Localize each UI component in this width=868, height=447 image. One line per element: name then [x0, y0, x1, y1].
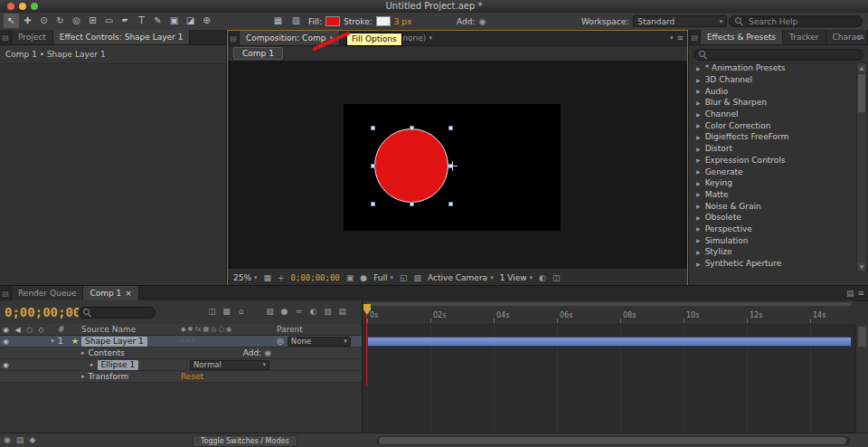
selection-handle-se[interactable] [448, 202, 453, 206]
brush-tool-icon[interactable]: ✎ [150, 14, 165, 28]
category-channel[interactable]: ▶Channel [689, 109, 855, 120]
disclosure-triangle-icon[interactable]: ▶ [696, 88, 701, 94]
add-shape-icon[interactable]: ◉ [264, 348, 271, 357]
disclosure-triangle-icon[interactable]: ▸ [90, 361, 94, 368]
eye-icon[interactable]: ◉ [0, 361, 12, 369]
transparency-grid-icon[interactable]: ▨ [414, 273, 422, 282]
panel-grip-icon[interactable]: ▤ [228, 31, 240, 45]
disclosure-triangle-icon[interactable]: ▶ [696, 77, 701, 83]
disclosure-triangle-icon[interactable]: ▸ [81, 349, 85, 357]
shy-icon[interactable]: ⌂ [235, 307, 247, 316]
disclosure-triangle-icon[interactable]: ▶ [696, 122, 701, 128]
eye-icon[interactable]: ◉ [0, 338, 12, 346]
hand-tool-icon[interactable]: ✚ [20, 14, 35, 28]
disclosure-triangle-icon[interactable]: ▶ [696, 191, 701, 197]
category-simulation[interactable]: ▶Simulation [689, 234, 855, 246]
shape-tool-icon[interactable]: ▭ [101, 14, 117, 28]
category-synthetic-aperture[interactable]: ▶Synthetic Aperture [689, 258, 855, 270]
ellipse-name[interactable]: Ellipse 1 [98, 360, 139, 370]
tab-render-queue[interactable]: Render Queue [12, 286, 83, 300]
category-expression-controls[interactable]: ▶Expression Controls [689, 155, 855, 166]
reset-link[interactable]: Reset [181, 372, 203, 381]
layer-name[interactable]: Shape Layer 1 [81, 337, 147, 347]
region-of-interest-icon[interactable]: ◱ [400, 273, 408, 282]
disclosure-triangle-icon[interactable]: ▶ [696, 111, 701, 118]
category-stylize[interactable]: ▶Stylize [689, 246, 855, 258]
layer-duration-bar[interactable] [367, 337, 852, 347]
fx-search-input[interactable] [711, 49, 858, 60]
tab-project[interactable]: Project [12, 30, 53, 44]
close-icon[interactable]: × [125, 289, 132, 298]
layer-switches[interactable]: · · · [181, 337, 271, 346]
tab-tracker[interactable]: Tracker [783, 30, 826, 44]
category-animation-presets[interactable]: ▶* Animation Presets [689, 62, 855, 74]
magnification-dropdown[interactable]: 25% ▾ [233, 273, 258, 282]
category-distort[interactable]: ▶Distort [689, 143, 855, 155]
mini-flowchart-icon[interactable]: ◫ [206, 307, 218, 316]
disclosure-triangle-icon[interactable]: ▸ [81, 373, 85, 380]
disclosure-triangle-icon[interactable]: ▶ [696, 65, 701, 71]
disclosure-triangle-icon[interactable]: ▶ [696, 134, 701, 140]
group-row-ellipse[interactable]: ◉ ▸ Ellipse 1 Normal ▾ [0, 359, 362, 371]
disclosure-triangle-icon[interactable]: ▶ [696, 157, 701, 163]
in-out-columns-icon[interactable]: ◆ [29, 435, 35, 444]
category-perspective[interactable]: ▶Perspective [689, 224, 855, 235]
work-area-bar[interactable] [367, 302, 852, 306]
selection-tool-icon[interactable]: ↖ [4, 14, 19, 28]
crosshair-icon[interactable]: + [278, 273, 285, 282]
disclosure-triangle-icon[interactable]: ▶ [696, 225, 701, 232]
timeline-horizontal-scrollbar-thumb[interactable] [379, 437, 846, 444]
disclosure-triangle-icon[interactable]: ▶ [696, 203, 701, 209]
panel-grip-icon[interactable]: ▤ [689, 30, 701, 44]
camera-dropdown[interactable]: Active Camera ▾ [428, 273, 494, 282]
tab-effects-presets[interactable]: Effects & Presets [701, 30, 783, 44]
selection-handle-n[interactable] [410, 126, 414, 130]
expand-icon[interactable]: ▤ [336, 307, 348, 316]
group-row-contents[interactable]: ▸ Contents Add: ◉ [0, 347, 362, 359]
show-channels-icon[interactable]: ● [360, 273, 367, 282]
camera-tool-icon[interactable]: ◎ [69, 14, 84, 28]
timeline-search-input[interactable] [95, 308, 150, 319]
fx-search[interactable] [693, 49, 863, 61]
comp-timecode[interactable]: 0;00;00;00 [291, 273, 340, 282]
comp-panel-menu[interactable]: ▾ ≡ [670, 31, 684, 45]
comp-viewer[interactable] [228, 62, 687, 268]
category-blur-sharpen[interactable]: ▶Blur & Sharpen [689, 97, 855, 109]
disclosure-triangle-icon[interactable]: ▶ [696, 237, 701, 243]
brainstorm-icon[interactable]: ≈ [293, 307, 305, 316]
workspace-dropdown[interactable]: Standard ▾ [633, 15, 727, 27]
rotate-tool-icon[interactable]: ↻ [52, 14, 68, 28]
disclosure-triangle-icon[interactable]: ▶ [696, 180, 701, 186]
grid-guides-icon[interactable]: ▦ [264, 273, 272, 282]
source-name-column-header[interactable]: Source Name [81, 325, 181, 334]
anchor-point-icon[interactable] [448, 161, 458, 171]
timeline-flow-icon[interactable]: ◫ [552, 273, 561, 282]
parent-dropdown[interactable]: None ▾ [288, 337, 351, 347]
category-generate[interactable]: ▶Generate [689, 166, 855, 177]
workspace-icon-b[interactable]: ▥ [289, 14, 303, 28]
category-matte[interactable]: ▶Matte [689, 189, 855, 201]
tab-timeline-comp[interactable]: Comp 1 × [83, 286, 138, 300]
fx-scrollbar[interactable]: ▲ ▼ [856, 62, 867, 272]
draft-3d-icon[interactable]: ▦ [221, 307, 232, 316]
ellipse-shape[interactable] [374, 128, 448, 203]
fx-panel-menu[interactable]: ≡ [857, 30, 864, 44]
selection-handle-nw[interactable] [371, 126, 375, 130]
add-options-icon[interactable]: ◉ [478, 17, 486, 26]
expand-layers-icon[interactable]: ◉ [4, 435, 11, 444]
panel-grip-icon[interactable]: ▤ [0, 286, 12, 300]
scroll-down-icon[interactable]: ▼ [857, 262, 866, 271]
workspace-icon-a[interactable]: ▦ [271, 14, 285, 28]
timeline-panel-menu[interactable]: ▤ ≡ [846, 286, 864, 300]
help-search[interactable] [729, 15, 863, 27]
scroll-up-icon[interactable]: ▲ [857, 63, 866, 72]
stroke-width-value[interactable]: 3 px [394, 17, 412, 26]
category-audio[interactable]: ▶Audio [689, 85, 855, 97]
fill-swatch[interactable] [326, 16, 340, 26]
comp-canvas[interactable] [344, 104, 561, 231]
selection-handle-sw[interactable] [371, 202, 375, 206]
stroke-swatch[interactable] [376, 16, 391, 26]
toggle-switches-modes-button[interactable]: Toggle Switches / Modes [193, 435, 297, 447]
layer-row-shape-layer[interactable]: ◉ ▾ 1 ★ Shape Layer 1 · · · ◎ None ▾ [0, 336, 362, 347]
time-ruler[interactable]: 0s 02s 04s 06s 08s 10s 12s 14s [362, 300, 855, 324]
